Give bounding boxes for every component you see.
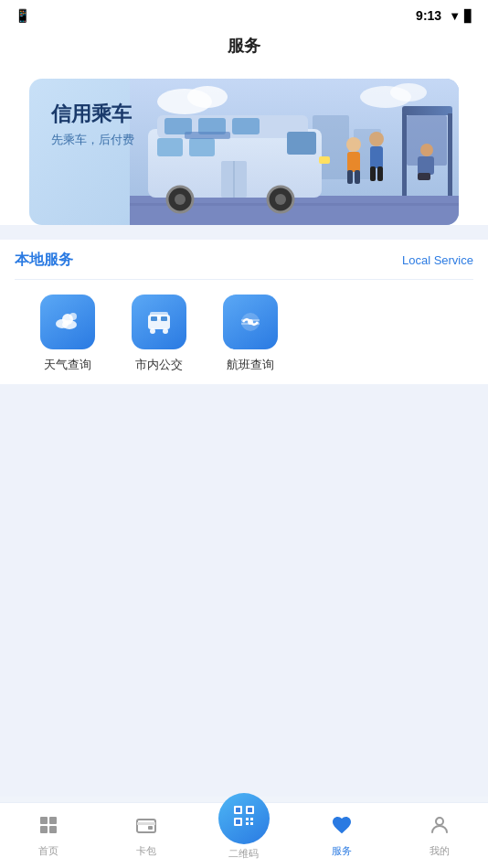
svg-rect-52 xyxy=(40,817,48,824)
bus-illustration xyxy=(130,79,459,225)
nav-label-home: 首页 xyxy=(38,844,58,858)
phone-signal-icon: 📱 xyxy=(15,8,30,23)
svg-rect-24 xyxy=(185,132,230,139)
nav-label-mine: 我的 xyxy=(430,844,450,858)
banner-text: 信用乘车 先乘车，后付费 xyxy=(51,101,134,148)
svg-rect-64 xyxy=(236,820,240,824)
service-label-weather: 天气查询 xyxy=(44,357,91,373)
svg-rect-53 xyxy=(49,817,57,824)
battery-icon: ▊ xyxy=(464,9,473,23)
svg-rect-32 xyxy=(377,166,383,181)
svg-rect-66 xyxy=(250,818,253,820)
section-title: 本地服务 xyxy=(15,251,73,270)
nav-item-wallet[interactable]: 卡包 xyxy=(98,814,196,858)
wifi-icon: ▼ xyxy=(449,9,461,23)
svg-rect-13 xyxy=(232,118,260,134)
weather-icon xyxy=(40,295,95,349)
svg-rect-15 xyxy=(157,138,183,156)
svg-point-21 xyxy=(175,194,186,205)
service-item-weather[interactable]: 天气查询 xyxy=(22,295,113,373)
banner-wrap: 信用乘车 先乘车，后付费 xyxy=(0,68,488,225)
status-bar: 📱 9:13 ▼ ▊ xyxy=(0,0,488,27)
service-item-flight[interactable]: 航班查询 xyxy=(205,295,296,373)
local-service-section: 本地服务 Local Service 天气查询 xyxy=(0,240,488,384)
nav-label-service: 服务 xyxy=(332,844,352,858)
svg-rect-33 xyxy=(402,106,452,115)
svg-rect-31 xyxy=(370,166,376,181)
svg-rect-56 xyxy=(137,820,155,832)
bottom-nav: 首页 卡包 xyxy=(0,802,488,868)
nav-item-home[interactable]: 首页 xyxy=(0,814,98,858)
svg-rect-19 xyxy=(319,156,330,164)
svg-point-49 xyxy=(163,328,168,334)
banner-subtitle: 先乘车，后付费 xyxy=(51,132,134,148)
page-title: 服务 xyxy=(228,37,260,55)
svg-rect-62 xyxy=(248,808,252,812)
nav-label-wallet: 卡包 xyxy=(136,844,156,858)
svg-point-2 xyxy=(187,86,228,108)
svg-rect-55 xyxy=(49,826,57,833)
svg-point-4 xyxy=(390,83,427,102)
section-header: 本地服务 Local Service xyxy=(15,251,473,280)
nav-item-qrcode[interactable] xyxy=(218,793,270,844)
svg-rect-68 xyxy=(250,822,253,825)
svg-rect-16 xyxy=(189,138,215,156)
banner[interactable]: 信用乘车 先乘车，后付费 xyxy=(29,79,459,225)
svg-point-48 xyxy=(150,328,155,334)
nav-item-mine[interactable]: 我的 xyxy=(390,814,488,858)
svg-rect-34 xyxy=(402,113,407,196)
flight-icon xyxy=(223,295,278,349)
wallet-icon xyxy=(135,814,157,841)
svg-rect-26 xyxy=(347,152,360,172)
main-content: 信用乘车 先乘车，后付费 xyxy=(0,68,488,797)
top-bar: 服务 xyxy=(0,27,488,68)
nav-item-service[interactable]: 服务 xyxy=(292,814,390,858)
nav-label-qrcode: 二维码 xyxy=(228,847,259,861)
svg-point-37 xyxy=(420,144,433,156)
svg-point-69 xyxy=(436,818,443,825)
svg-rect-35 xyxy=(448,113,452,196)
svg-point-42 xyxy=(62,320,77,329)
bus-icon xyxy=(132,295,186,349)
svg-rect-39 xyxy=(418,173,430,180)
svg-rect-65 xyxy=(246,818,249,820)
svg-rect-27 xyxy=(347,170,353,184)
svg-rect-46 xyxy=(151,316,157,321)
svg-rect-38 xyxy=(418,156,434,175)
svg-rect-30 xyxy=(370,146,383,168)
svg-rect-47 xyxy=(161,316,167,321)
svg-rect-67 xyxy=(246,822,249,825)
svg-point-29 xyxy=(369,132,384,146)
service-grid: 天气查询 市内公交 xyxy=(15,295,473,373)
mine-icon xyxy=(429,814,451,841)
svg-rect-57 xyxy=(137,822,155,825)
service-icon xyxy=(331,814,353,841)
section-more[interactable]: Local Service xyxy=(402,253,473,267)
svg-point-23 xyxy=(275,194,286,205)
qrcode-icon xyxy=(232,804,256,833)
service-item-bus[interactable]: 市内公交 xyxy=(113,295,205,373)
banner-title: 信用乘车 xyxy=(51,101,134,128)
svg-rect-60 xyxy=(236,808,240,812)
status-time: 9:13 xyxy=(416,8,441,23)
svg-rect-28 xyxy=(355,170,360,184)
svg-rect-58 xyxy=(148,826,153,830)
svg-point-25 xyxy=(346,137,361,152)
svg-rect-54 xyxy=(40,826,48,833)
service-label-bus: 市内公交 xyxy=(135,357,183,373)
svg-rect-14 xyxy=(287,132,316,155)
service-label-flight: 航班查询 xyxy=(227,357,274,373)
svg-point-43 xyxy=(69,313,77,320)
home-icon xyxy=(37,814,59,841)
